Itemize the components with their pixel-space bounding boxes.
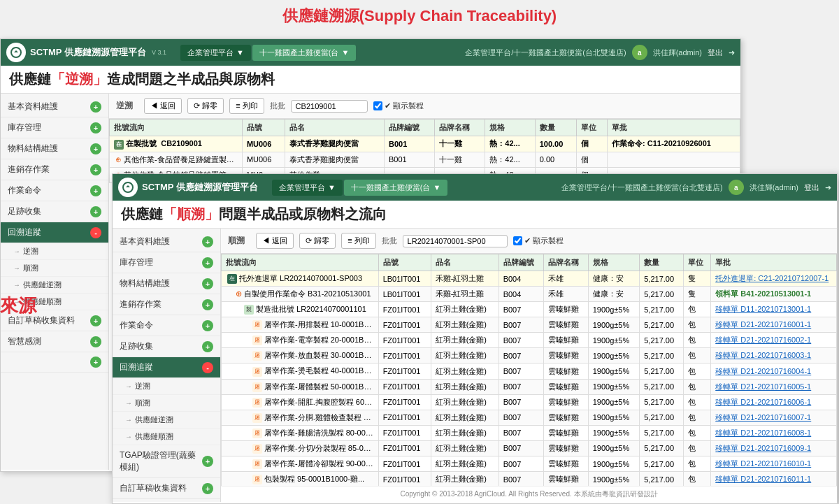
back-logout-icon[interactable]: ➜ — [729, 48, 735, 57]
front-sidebar-item-basic[interactable]: 基本資料維護 + — [113, 231, 220, 252]
back-logo: SCTMP 供應鏈溯源管理平台 V 3.1 — [6, 43, 166, 62]
back-show-process-checkbox[interactable] — [373, 101, 382, 110]
front-cell-item_no: FZ01IT001 — [378, 379, 431, 394]
front-cell-remark: 移轉單 D21-20210716003-1 — [711, 348, 837, 363]
front-cell-item_name: 紅羽土雞(金雞) — [431, 363, 499, 379]
back-sidebar-add-material: + — [90, 143, 101, 154]
front-show-process-checkbox[interactable] — [513, 236, 522, 245]
front-tab-restaurant[interactable]: 十一雞國產土雞便當(台 ▼ — [344, 180, 448, 196]
front-sidebar-add-sales: + — [202, 299, 213, 310]
back-sidebar-sub-forward[interactable]: → 順溯 — [1, 260, 108, 277]
front-sidebar-item-tgap[interactable]: TGAP驗證管理(蔬藥模組) + — [113, 445, 220, 478]
back-sidebar-item-workorder[interactable]: 作業命令 + — [1, 180, 108, 201]
front-cell-qty: 5,217.00 — [640, 456, 684, 472]
front-table-row: 屠屠宰作業-用排製程 10-0001B0100-雞...FZ01IT001紅羽土… — [222, 317, 837, 333]
front-cell-dir: 屠屠宰作業-電宰製程 20-0001B0200-雞... — [222, 333, 379, 348]
front-cell-spec: 1900g±5% — [588, 302, 640, 317]
front-navbar-tabs: 企業管理平台 ▼ 十一雞國產土雞便當(台 ▼ — [272, 180, 447, 196]
front-table-row: 屠屠宰作業-雞腸清洗製程 80-0001B000-雞...FZ01IT001紅羽… — [222, 425, 837, 440]
front-cell-remark: 移轉單 D21-20210716005-1 — [711, 379, 837, 394]
front-sidebar-item-trace[interactable]: 回溯追蹤 - — [113, 357, 220, 378]
back-btn-reset[interactable]: ⟳ 歸零 — [187, 98, 224, 114]
front-batch-label: 批批 — [382, 236, 397, 246]
back-sidebar-item-collect[interactable]: 智慧感測 + — [1, 331, 108, 352]
front-col-remark: 單批 — [711, 254, 837, 271]
front-cell-item_no: FZ01IT001 — [378, 333, 431, 348]
back-tab-restaurant[interactable]: 十一雞國產土雞便當(台 ▼ — [252, 45, 357, 61]
back-sidebar-item-basic[interactable]: 基本資料維護 + — [1, 96, 108, 117]
back-cell-spec: 熱：42... — [485, 136, 535, 152]
front-sidebar-sub-backward[interactable]: → 逆溯 — [113, 378, 220, 395]
front-cell-dir: 在托外進退單 LR20214070001-SP003 — [222, 271, 379, 287]
back-sidebar-add-tgap: + — [90, 315, 101, 326]
front-main-content: 順溯 ◀ 返回 ⟳ 歸零 ≡ 列印 批批 ✔ 顯示製程 — [221, 229, 837, 502]
back-tab-enterprise[interactable]: 企業管理平台 ▼ — [180, 45, 251, 61]
back-dir-icon: 在 — [114, 140, 124, 150]
front-sidebar-add-collect: + — [202, 483, 213, 494]
front-logout-btn[interactable]: 登出 — [804, 182, 819, 193]
front-sidebar-item-workorder[interactable]: 作業命令 + — [113, 315, 220, 336]
front-cell-qty: 5,217.00 — [640, 271, 684, 287]
front-sidebar-sub-chain-backward[interactable]: → 供應鏈逆溯 — [113, 412, 220, 429]
front-cell-item_no: FZ01IT001 — [378, 425, 431, 440]
back-cell-brandno: B001 — [385, 136, 435, 152]
front-cell-brand_no: B007 — [499, 333, 543, 348]
front-sidebar-item-iot[interactable]: 智慧感測 + — [113, 499, 220, 504]
back-logo-icon — [6, 43, 26, 62]
front-sidebar-add-footprint: + — [202, 341, 213, 352]
back-sidebar-item-sales[interactable]: 進銷存作業 + — [1, 159, 108, 180]
front-cell-dir: 屠包裝製程 95-0001B1000-雞... — [222, 472, 379, 486]
front-cell-brand_name: 雲嗪鮮雞 — [543, 348, 588, 363]
front-sidebar-sub-forward[interactable]: → 順溯 — [113, 395, 220, 412]
front-cell-brand_no: B007 — [499, 394, 543, 410]
back-cell-itemname: 泰式香茅雞腿肉便當 — [285, 136, 385, 152]
back-sidebar-item-iot[interactable]: + — [1, 352, 108, 373]
front-cell-dir: 屠屠宰作業-雞腸清洗製程 80-0001B000-雞... — [222, 425, 379, 440]
back-logout-btn[interactable]: 登出 — [708, 48, 723, 58]
front-cell-spec: 1900g±5% — [588, 472, 640, 486]
front-cell-unit: 包 — [683, 348, 710, 363]
back-batch-input[interactable] — [291, 100, 368, 113]
back-btn-print[interactable]: ≡ 列印 — [229, 98, 264, 114]
back-cell-remark — [608, 152, 740, 167]
back-btn-back[interactable]: ◀ 返回 — [144, 98, 182, 114]
back-sidebar-add-workorder: + — [90, 185, 101, 196]
front-sidebar-item-stock[interactable]: 庫存管理 + — [113, 252, 220, 273]
back-cell-itemno: MU006 — [242, 136, 285, 152]
front-cell-dir: 屠屠宰作業-屠體冷卻製程 90-0001B000-... — [222, 456, 379, 472]
back-show-process-label: ✔ 顯示製程 — [373, 101, 424, 111]
front-table-row: 屠屠宰作業-電宰製程 20-0001B0200-雞...FZ01IT001紅羽土… — [222, 333, 837, 348]
front-btn-reset[interactable]: ⟳ 歸零 — [299, 233, 336, 249]
front-cell-qty: 5,217.00 — [640, 317, 684, 333]
back-sidebar-add-sales: + — [90, 164, 101, 175]
front-cell-remark: 移轉單 D21-20210716001-1 — [711, 317, 837, 333]
back-sidebar-add-basic: + — [90, 101, 101, 113]
back-sidebar-sub-backward[interactable]: → 逆溯 — [1, 243, 108, 260]
back-sidebar-item-trace[interactable]: 回溯追蹤 - — [1, 222, 108, 243]
back-sidebar-item-material[interactable]: 物料結構維護 + — [1, 138, 108, 159]
front-tab-enterprise[interactable]: 企業管理平台 ▼ — [272, 180, 343, 196]
back-avatar: a — [632, 45, 647, 60]
front-username: 洪佳輝(admin) — [750, 182, 798, 193]
front-sidebar-item-collect[interactable]: 自訂草稿收集資料 + — [113, 478, 220, 499]
front-batch-input[interactable] — [403, 235, 508, 247]
front-btn-back[interactable]: ◀ 返回 — [256, 233, 294, 249]
front-sidebar-add-workorder: + — [202, 320, 213, 331]
front-logout-icon[interactable]: ➜ — [825, 183, 831, 192]
front-cell-qty: 5,217.00 — [640, 425, 684, 440]
front-sidebar-item-material[interactable]: 物料結構維護 + — [113, 273, 220, 294]
back-sidebar-sub-chain-backward[interactable]: → 供應鏈逆溯 — [1, 277, 108, 294]
back-sidebar-item-footprint[interactable]: 足跡收集 + — [1, 201, 108, 222]
front-cell-remark: 移轉單 D21-20210716002-1 — [711, 333, 837, 348]
front-table-row: 屠屠宰作業-分切/分裝製程 85-0001B110-...FZ01IT001紅羽… — [222, 440, 837, 456]
front-toolbar: 順溯 ◀ 返回 ⟳ 歸零 ≡ 列印 批批 ✔ 顯示製程 — [221, 229, 837, 254]
back-sidebar-item-stock[interactable]: 庫存管理 + — [1, 117, 108, 138]
front-sidebar-item-footprint[interactable]: 足跡收集 + — [113, 336, 220, 357]
front-cell-qty: 5,217.00 — [640, 302, 684, 317]
front-cell-dir: 屠屠宰作業-屠體製程 50-0001B0500-雞... — [222, 379, 379, 394]
front-cell-brand_no: B007 — [499, 456, 543, 472]
back-cell-brandname: 十一雞 — [435, 152, 485, 167]
front-btn-print[interactable]: ≡ 列印 — [341, 233, 375, 249]
front-sidebar-item-sales[interactable]: 進銷存作業 + — [113, 294, 220, 315]
front-sidebar-sub-chain-forward[interactable]: → 供應鏈順溯 — [113, 429, 220, 445]
